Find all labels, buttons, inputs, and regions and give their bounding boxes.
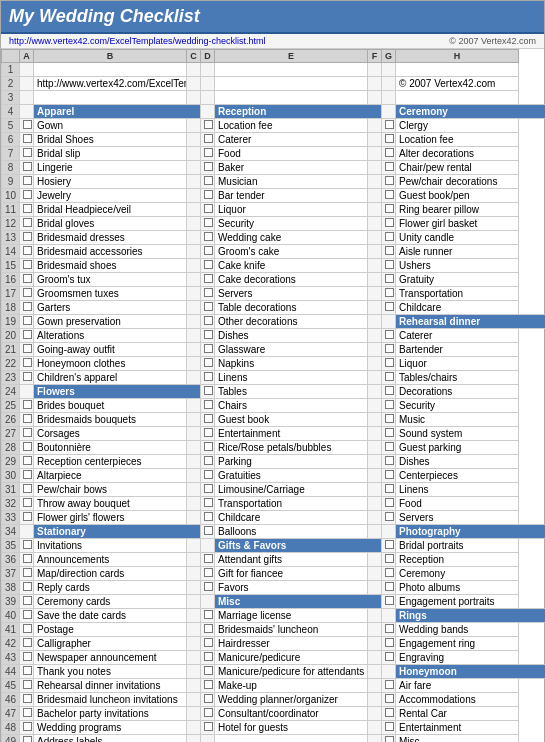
cell-g[interactable] [382,301,396,315]
cell-d[interactable] [201,231,215,245]
cell-d[interactable] [201,497,215,511]
cell-g[interactable] [382,357,396,371]
checkbox[interactable] [23,414,32,423]
checkbox[interactable] [23,666,32,675]
cell-d[interactable] [201,511,215,525]
cell-d[interactable] [201,175,215,189]
cell-g[interactable] [382,231,396,245]
cell-d[interactable] [201,567,215,581]
cell-g[interactable] [382,483,396,497]
checkbox[interactable] [23,400,32,409]
checkbox[interactable] [204,260,213,269]
checkbox[interactable] [23,344,32,353]
cell-d[interactable] [201,357,215,371]
cell-d[interactable] [201,665,215,679]
checkbox[interactable] [23,218,32,227]
cell-g[interactable] [382,707,396,721]
cell-a[interactable] [20,427,34,441]
cell-g[interactable] [382,511,396,525]
cell-d[interactable] [201,203,215,217]
checkbox[interactable] [204,512,213,521]
checkbox[interactable] [204,358,213,367]
cell-d[interactable] [201,399,215,413]
cell-a[interactable] [20,581,34,595]
cell-d[interactable] [201,413,215,427]
checkbox[interactable] [385,372,394,381]
checkbox[interactable] [204,582,213,591]
cell-a[interactable] [20,413,34,427]
checkbox[interactable] [204,414,213,423]
checkbox[interactable] [385,190,394,199]
checkbox[interactable] [385,554,394,563]
cell-g[interactable] [382,371,396,385]
cell-g[interactable] [382,203,396,217]
cell-a[interactable] [20,623,34,637]
cell-a[interactable] [20,735,34,743]
cell-a[interactable] [20,539,34,553]
checkbox[interactable] [385,330,394,339]
checkbox[interactable] [204,568,213,577]
checkbox[interactable] [204,190,213,199]
checkbox[interactable] [385,400,394,409]
checkbox[interactable] [385,260,394,269]
cell-d[interactable] [201,637,215,651]
checkbox[interactable] [204,666,213,675]
checkbox[interactable] [385,470,394,479]
checkbox[interactable] [204,316,213,325]
cell-a[interactable] [20,287,34,301]
cell-g[interactable] [382,581,396,595]
cell-g[interactable] [382,119,396,133]
cell-g[interactable] [382,623,396,637]
checkbox[interactable] [204,134,213,143]
cell-a[interactable] [20,483,34,497]
cell-a[interactable] [20,455,34,469]
checkbox[interactable] [204,638,213,647]
checkbox[interactable] [385,722,394,731]
cell-d[interactable] [201,343,215,357]
checkbox[interactable] [23,736,32,742]
cell-d[interactable] [201,287,215,301]
cell-d[interactable] [201,483,215,497]
checkbox[interactable] [23,148,32,157]
checkbox[interactable] [385,162,394,171]
cell-a[interactable] [20,399,34,413]
cell-a[interactable] [20,469,34,483]
checkbox[interactable] [23,274,32,283]
checkbox[interactable] [23,456,32,465]
checkbox[interactable] [385,120,394,129]
cell-d[interactable] [201,623,215,637]
checkbox[interactable] [204,442,213,451]
checkbox[interactable] [204,288,213,297]
checkbox[interactable] [23,372,32,381]
checkbox[interactable] [204,344,213,353]
cell-d[interactable] [201,721,215,735]
cell-a[interactable] [20,441,34,455]
cell-g[interactable] [382,175,396,189]
cell-a[interactable] [20,203,34,217]
cell-g[interactable] [382,273,396,287]
checkbox[interactable] [385,386,394,395]
cell-g[interactable] [382,133,396,147]
checkbox[interactable] [385,134,394,143]
cell-d[interactable] [201,147,215,161]
checkbox[interactable] [385,540,394,549]
checkbox[interactable] [385,498,394,507]
checkbox[interactable] [23,582,32,591]
checkbox[interactable] [385,344,394,353]
cell-a[interactable] [20,329,34,343]
checkbox[interactable] [385,176,394,185]
cell-g[interactable] [382,343,396,357]
checkbox[interactable] [23,428,32,437]
checkbox[interactable] [23,568,32,577]
cell-a[interactable] [20,371,34,385]
checkbox[interactable] [385,232,394,241]
cell-g[interactable] [382,161,396,175]
website-link[interactable]: http://www.vertex42.com/ExcelTemplates/w… [9,36,266,46]
cell-a[interactable] [20,273,34,287]
cell-d[interactable] [201,581,215,595]
checkbox[interactable] [204,274,213,283]
cell-g[interactable] [382,637,396,651]
cell-a[interactable] [20,567,34,581]
cell-d[interactable] [201,609,215,623]
checkbox[interactable] [23,288,32,297]
